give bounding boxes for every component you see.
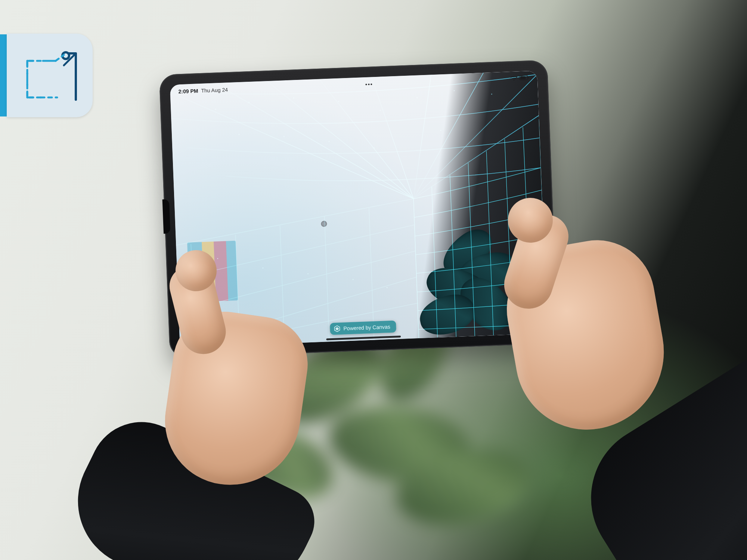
svg-point-17 bbox=[353, 279, 354, 280]
svg-point-18 bbox=[387, 287, 388, 288]
svg-point-13 bbox=[440, 130, 441, 131]
svg-point-6 bbox=[416, 97, 418, 98]
status-right-cluster bbox=[511, 75, 530, 82]
left-hand bbox=[120, 239, 314, 508]
svg-point-1 bbox=[215, 109, 216, 110]
battery-icon bbox=[520, 75, 530, 81]
powered-by-label: Powered by Canvas bbox=[343, 324, 390, 332]
svg-point-4 bbox=[338, 101, 339, 102]
scan-corner-icon bbox=[20, 47, 80, 103]
svg-rect-22 bbox=[528, 77, 529, 78]
app-badge bbox=[7, 34, 93, 117]
svg-point-10 bbox=[283, 136, 285, 137]
status-time: 2:09 PM bbox=[178, 88, 198, 94]
svg-point-11 bbox=[329, 141, 330, 142]
camera-notch bbox=[162, 199, 171, 234]
svg-point-5 bbox=[379, 110, 381, 111]
svg-point-9 bbox=[239, 134, 240, 135]
svg-point-7 bbox=[454, 90, 455, 91]
svg-point-8 bbox=[491, 94, 492, 95]
svg-point-19 bbox=[514, 79, 515, 80]
photo-scene: 2:09 PM Thu Aug 24 ••• Cancel Done bbox=[0, 0, 747, 560]
right-hand bbox=[497, 194, 747, 530]
status-date: Thu Aug 24 bbox=[201, 87, 228, 94]
powered-by-pill[interactable]: Powered by Canvas bbox=[330, 320, 396, 335]
svg-point-3 bbox=[293, 97, 294, 99]
badge-accent-tab bbox=[0, 34, 7, 116]
svg-marker-24 bbox=[335, 327, 338, 330]
svg-rect-21 bbox=[520, 76, 526, 80]
wifi-icon bbox=[511, 75, 518, 82]
canvas-logo-icon bbox=[334, 325, 341, 332]
multitask-dots-icon[interactable]: ••• bbox=[365, 81, 373, 87]
